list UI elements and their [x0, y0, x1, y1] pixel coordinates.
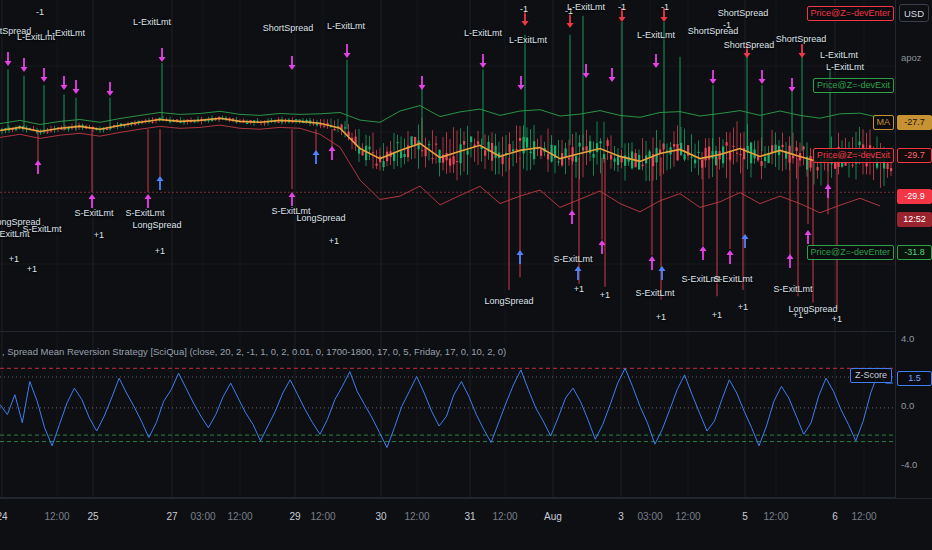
signal-label: LongSpread: [296, 214, 345, 223]
sell-signal-arrow-icon: [419, 76, 426, 90]
price-axis-badge: -27.7: [897, 115, 932, 130]
signal-label: L-ExitLmt: [133, 18, 171, 27]
signal-label: L-ExitLmt: [567, 3, 605, 12]
buy-signal-arrow-icon: [787, 254, 794, 268]
signal-label: +1: [9, 255, 19, 264]
signal-label: -1: [520, 5, 528, 14]
sell-signal-arrow-icon: [789, 78, 796, 92]
buy-signal-arrow-icon: [805, 230, 812, 244]
time-tick-label: 12:00: [310, 512, 335, 522]
signal-label: +1: [27, 265, 37, 274]
scale-tick-label: 0.0: [901, 401, 914, 411]
signal-label: +1: [155, 247, 165, 256]
signal-label: +1: [712, 311, 722, 320]
price-pane[interactable]: ShortSpreadL-ExitLmtL-ExitLmt-1L-ExitLmt…: [0, 0, 895, 331]
signal-label: L-ExitLmt: [47, 29, 85, 38]
signal-label: ShortSpread: [776, 35, 827, 44]
sell-signal-arrow-icon: [159, 48, 166, 62]
time-tick-label: 12:00: [44, 512, 69, 522]
signal-label: +1: [329, 237, 339, 246]
buy-signal-arrow-icon: [659, 266, 666, 280]
buy-signal-arrow-icon: [329, 146, 336, 160]
price-axis-badge: 12:52: [897, 212, 932, 227]
signal-label: LongSpread: [788, 305, 837, 314]
time-tick-label: 12:00: [227, 512, 252, 522]
sell-signal-arrow-icon: [41, 68, 48, 82]
zscore-axis-badge: 1.5: [897, 371, 932, 386]
sell-signal-arrow-icon: [799, 44, 806, 58]
signal-label: S-ExitLmt: [553, 255, 592, 264]
time-tick-label: 25: [87, 512, 98, 522]
signal-label: -1: [36, 8, 44, 17]
scale-tick-label: 4.0: [901, 334, 914, 344]
zscore-series-label: Z-Score: [850, 368, 892, 383]
sell-signal-arrow-icon: [344, 44, 351, 58]
buy-signal-arrow-icon: [727, 250, 734, 264]
signal-label: ShortSpread: [724, 41, 775, 50]
signal-label: -1: [661, 3, 669, 12]
sell-signal-arrow-icon: [567, 14, 574, 28]
time-scale[interactable]: 2412:00252703:0012:002912:003012:003112:…: [0, 498, 932, 550]
upper-band-line: [0, 106, 880, 125]
buy-signal-arrow-icon: [313, 150, 320, 164]
buy-signal-arrow-icon: [569, 210, 576, 224]
buy-signal-arrow-icon: [599, 240, 606, 254]
time-tick-label: 03:00: [637, 512, 662, 522]
time-tick-label: 12:00: [675, 512, 700, 522]
trading-chart: ShortSpreadL-ExitLmtL-ExitLmt-1L-ExitLmt…: [0, 0, 932, 550]
time-tick-label: 30: [375, 512, 386, 522]
signal-label: L-ExitLmt: [637, 31, 675, 40]
time-tick-label: Aug: [544, 512, 562, 522]
price-line-label: Price@Z=-devExit: [813, 148, 894, 163]
signal-label: +1: [656, 313, 666, 322]
currency-toggle-button[interactable]: USD: [899, 4, 929, 22]
time-tick-label: 03:00: [190, 512, 215, 522]
buy-signal-arrow-icon: [35, 160, 42, 174]
signal-label: +1: [600, 291, 610, 300]
signal-label: S-ExitLmt: [22, 225, 61, 234]
price-line-label: Price@Z=-devEnter: [807, 6, 894, 21]
buy-signal-arrow-icon: [825, 184, 832, 198]
time-tick-label: 12:00: [492, 512, 517, 522]
signal-label: S-ExitLmt: [74, 209, 113, 218]
signal-label: -1: [618, 3, 626, 12]
sell-signal-arrow-icon: [710, 70, 717, 84]
buy-signal-arrow-icon: [700, 246, 707, 260]
sell-signal-arrow-icon: [107, 82, 114, 96]
signal-label: ShortSpread: [718, 9, 769, 18]
price-scale[interactable]: USD apoz -27.7-29.7-29.912:52-31.84.00.0…: [895, 0, 932, 498]
time-tick-label: 29: [289, 512, 300, 522]
signal-label: +1: [832, 315, 842, 324]
signal-label: L-ExitLmt: [464, 29, 502, 38]
price-line-label: Price@Z=-devExit: [813, 78, 894, 93]
buy-signal-arrow-icon: [145, 194, 152, 208]
signal-label: LongSpread: [132, 221, 181, 230]
signal-label: S-ExitLmt: [635, 289, 674, 298]
time-tick-label: 5: [742, 512, 748, 522]
price-line-label: MA: [873, 115, 895, 130]
signal-label: S-ExitLmt: [125, 209, 164, 218]
signal-label: L-ExitLmt: [327, 22, 365, 31]
sell-signal-arrow-icon: [21, 58, 28, 72]
signal-label: L-ExitLmt: [820, 51, 858, 60]
buy-signal-arrow-icon: [89, 194, 96, 208]
time-tick-label: 24: [0, 512, 8, 522]
buy-signal-arrow-icon: [157, 176, 164, 190]
signal-label: S-ExitLmt: [773, 285, 812, 294]
time-tick-label: 12:00: [851, 512, 876, 522]
signal-label: L-ExitLmt: [826, 63, 864, 72]
account-label: apoz: [901, 52, 922, 63]
price-axis-badge: -29.9: [897, 189, 932, 204]
candles-layer: [1, 115, 892, 188]
sell-signal-arrow-icon: [518, 76, 525, 90]
zscore-pane[interactable]: , Spread Mean Reversion Strategy [SciQua…: [0, 332, 895, 497]
signal-label: L-ExitLmt: [509, 36, 547, 45]
signal-label: ShortSpread: [263, 24, 314, 33]
signal-label: +1: [574, 285, 584, 294]
time-tick-label: 31: [464, 512, 475, 522]
sell-signal-arrow-icon: [289, 56, 296, 70]
price-axis-badge: -31.8: [897, 245, 932, 260]
signal-label: S-ExitLmt: [713, 275, 752, 284]
scale-tick-label: -4.0: [901, 460, 917, 470]
signal-label: +1: [738, 303, 748, 312]
